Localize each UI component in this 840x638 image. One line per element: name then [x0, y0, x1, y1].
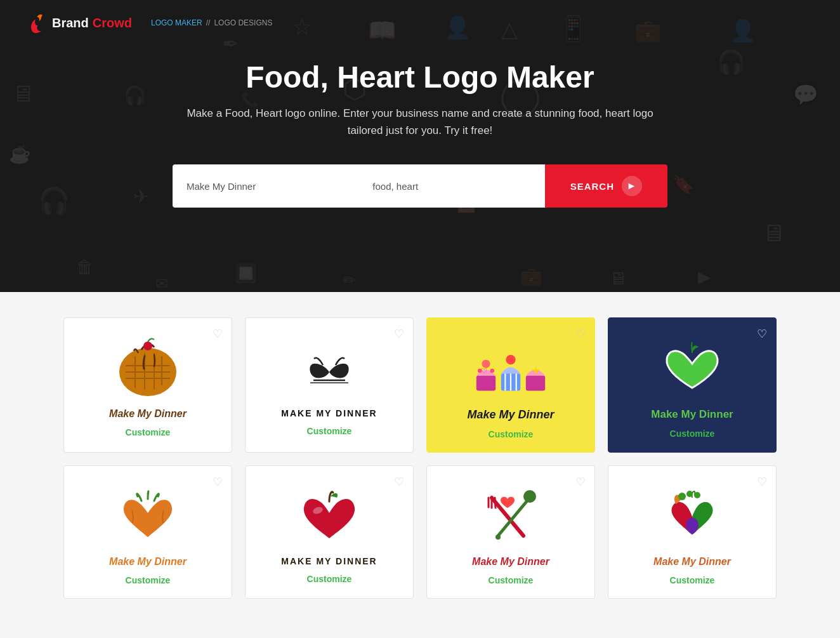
customize-link-3[interactable]: Customize	[489, 429, 534, 439]
customize-link-7[interactable]: Customize	[489, 575, 534, 585]
svg-point-63	[694, 492, 700, 498]
logo-card-6[interactable]: ♡ MAKE MY DINNER Customize	[245, 465, 414, 599]
page-title: Food, Heart Logo Maker	[13, 60, 827, 95]
search-button[interactable]: SEARCH ►	[545, 164, 667, 208]
card-title-2: MAKE MY DINNER	[281, 408, 377, 418]
svg-text:🖥: 🖥	[761, 220, 785, 246]
breadcrumb-separator: //	[206, 18, 211, 27]
search-input-name[interactable]	[173, 164, 358, 208]
svg-point-38	[143, 342, 152, 350]
logo-icon	[25, 11, 48, 34]
svg-text:🔲: 🔲	[235, 263, 257, 284]
search-button-label: SEARCH	[570, 181, 614, 192]
logo-image-2	[288, 337, 371, 401]
svg-text:✏: ✏	[343, 270, 357, 289]
favorite-icon-2[interactable]: ♡	[394, 327, 404, 341]
svg-rect-41	[476, 376, 495, 391]
breadcrumb-home[interactable]: LOGO MAKER	[151, 18, 202, 27]
svg-text:🗑: 🗑	[76, 257, 94, 277]
favorite-icon-6[interactable]: ♡	[394, 475, 404, 489]
card-title-3: Make My Dinner	[467, 408, 554, 422]
hero-content: Food, Heart Logo Maker Make a Food, Hear…	[0, 41, 840, 208]
svg-text:🖥: 🖥	[609, 269, 627, 288]
logo-card-3[interactable]: ♡ ♡	[426, 317, 595, 453]
customize-link-6[interactable]: Customize	[307, 574, 352, 584]
svg-point-60	[495, 535, 501, 540]
logo-image-1	[107, 337, 189, 401]
svg-text:★: ★	[532, 366, 540, 376]
favorite-icon-4[interactable]: ♡	[757, 327, 767, 341]
svg-point-59	[523, 490, 536, 503]
card-title-8: Make My Dinner	[653, 556, 731, 568]
logo-card-1[interactable]: ♡	[63, 317, 232, 453]
logo-link[interactable]: BrandCrowd	[25, 11, 132, 34]
breadcrumb: LOGO MAKER // LOGO DESIGNS	[151, 18, 272, 27]
logo-grid: ♡	[63, 317, 777, 599]
svg-point-62	[686, 491, 693, 497]
logo-brand: Brand	[52, 16, 89, 30]
card-title-5: Make My Dinner	[109, 556, 187, 568]
logo-image-5	[107, 485, 189, 548]
logo-grid-section: ♡	[0, 292, 840, 624]
svg-rect-51	[526, 376, 545, 391]
favorite-icon-5[interactable]: ♡	[213, 475, 223, 489]
svg-line-57	[495, 498, 495, 508]
search-arrow-icon: ►	[622, 176, 642, 196]
logo-crowd: Crowd	[93, 16, 132, 30]
svg-text:✉: ✉	[155, 275, 168, 292]
favorite-icon-8[interactable]: ♡	[757, 475, 767, 489]
customize-link-4[interactable]: Customize	[670, 429, 715, 439]
svg-text:▶: ▶	[698, 267, 711, 286]
favorite-icon-1[interactable]: ♡	[213, 327, 223, 341]
svg-text:♡: ♡	[481, 368, 487, 375]
logo-image-6	[288, 485, 371, 548]
card-title-1: Make My Dinner	[109, 408, 187, 420]
logo-image-3: ♡ ★	[469, 337, 552, 401]
card-title-7: Make My Dinner	[472, 556, 549, 568]
logo-card-5[interactable]: ♡ Make My Dinner Customize	[63, 465, 232, 599]
breadcrumb-current: LOGO DESIGNS	[214, 18, 272, 27]
logo-image-4	[651, 337, 733, 401]
favorite-icon-3[interactable]: ♡	[575, 327, 586, 341]
logo-card-2[interactable]: ♡ MAKE MY DINNER	[245, 317, 414, 453]
logo-card-4[interactable]: ♡ Make My Dinner Customize	[608, 317, 777, 453]
search-input-keyword[interactable]	[358, 164, 544, 208]
svg-point-50	[506, 355, 515, 364]
customize-link-8[interactable]: Customize	[670, 575, 715, 585]
svg-text:💼: 💼	[520, 266, 542, 287]
card-title-4: Make My Dinner	[651, 408, 733, 421]
logo-card-8[interactable]: ♡ Make M	[608, 465, 777, 599]
svg-point-44	[490, 369, 495, 373]
navigation: BrandCrowd LOGO MAKER // LOGO DESIGNS	[0, 0, 840, 41]
logo-image-7	[469, 485, 552, 548]
search-bar: SEARCH ►	[173, 164, 667, 208]
svg-point-61	[678, 493, 686, 500]
logo-card-7[interactable]: ♡ Make M	[426, 465, 595, 599]
customize-link-2[interactable]: Customize	[307, 426, 352, 436]
favorite-icon-7[interactable]: ♡	[575, 475, 586, 489]
page-subtitle: Make a Food, Heart logo online. Enter yo…	[173, 105, 667, 139]
hero-section: ☆ 📖 👤 △ 📱 💼 👤 ✒ 🎧 🖥 💬 🎧 ✈	[0, 0, 840, 292]
customize-link-5[interactable]: Customize	[126, 575, 171, 585]
customize-link-1[interactable]: Customize	[126, 427, 171, 437]
card-title-6: MAKE MY DINNER	[281, 556, 377, 566]
logo-image-8	[651, 485, 733, 548]
